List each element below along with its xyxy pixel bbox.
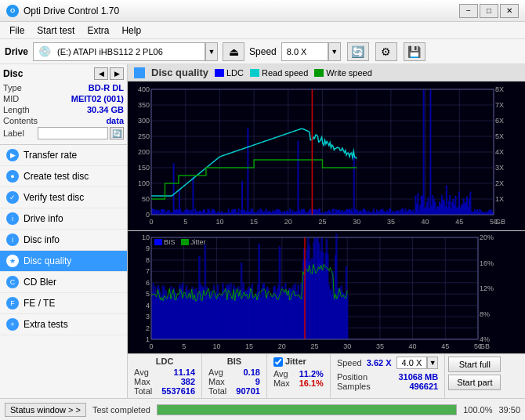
menu-file[interactable]: File bbox=[3, 24, 31, 38]
disc-contents-row: Contents data bbox=[3, 116, 124, 125]
eject-button[interactable]: ⏏ bbox=[223, 42, 244, 61]
start-full-button[interactable]: Start full bbox=[448, 357, 501, 372]
disc-label-button[interactable]: 🔄 bbox=[110, 127, 124, 139]
chart-header: Disc quality LDC Read speed Write speed bbox=[128, 64, 525, 81]
speed-stat-dropdown[interactable]: 4.0 X bbox=[396, 357, 428, 369]
nav-create-test-disc[interactable]: ● Create test disc bbox=[0, 166, 127, 187]
close-button[interactable]: ✕ bbox=[500, 4, 519, 18]
disc-section: Disc ◀ ▶ Type BD-R DL MID MEIT02 (001) L… bbox=[0, 64, 127, 145]
disc-label-input-area: 🔄 bbox=[38, 127, 124, 139]
speed-stats: Speed 3.62 X 4.0 X ▼ Position 31068 MB S… bbox=[331, 354, 445, 398]
nav-cd-bler[interactable]: C CD Bler bbox=[0, 272, 127, 293]
menu-help[interactable]: Help bbox=[115, 24, 147, 38]
menu-extra[interactable]: Extra bbox=[81, 24, 115, 38]
disc-title: Disc bbox=[3, 68, 23, 79]
chart-top bbox=[128, 81, 525, 231]
jitter-checkbox[interactable] bbox=[273, 357, 283, 367]
ldc-max-label: Max bbox=[134, 377, 150, 386]
top-chart-canvas bbox=[128, 81, 525, 230]
ldc-avg-label: Avg bbox=[134, 368, 149, 377]
drive-dropdown-arrow[interactable]: ▼ bbox=[205, 42, 218, 61]
disc-quality-icon: ★ bbox=[6, 255, 19, 267]
fe-te-icon: F bbox=[6, 297, 19, 310]
nav-disc-info[interactable]: i Disc info bbox=[0, 230, 127, 251]
cd-bler-icon: C bbox=[6, 276, 19, 288]
bis-total-label: Total bbox=[208, 386, 226, 396]
bis-max-value: 9 bbox=[255, 377, 260, 386]
nav-disc-quality[interactable]: ★ Disc quality bbox=[0, 251, 127, 272]
bis-max-row: Max 9 bbox=[208, 377, 260, 386]
samples-value: 496621 bbox=[410, 382, 439, 391]
nav-drive-info-label: Drive info bbox=[24, 213, 63, 224]
nav-transfer-rate[interactable]: ▶ Transfer rate bbox=[0, 145, 127, 166]
nav-fe-te[interactable]: F FE / TE bbox=[0, 293, 127, 314]
legend-ldc-label: LDC bbox=[226, 68, 244, 78]
disc-nav-right[interactable]: ▶ bbox=[110, 67, 124, 80]
legend-write-speed-box bbox=[314, 69, 324, 77]
progress-bar bbox=[157, 404, 457, 415]
samples-label: Samples bbox=[337, 382, 371, 391]
status-window-button[interactable]: Status window > > bbox=[5, 403, 86, 417]
disc-nav-left[interactable]: ◀ bbox=[94, 67, 108, 80]
disc-contents-value: data bbox=[106, 116, 124, 125]
create-test-disc-icon: ● bbox=[6, 170, 19, 183]
bis-stats: BIS Avg 0.18 Max 9 Total 90701 bbox=[202, 354, 267, 398]
speed-dropdown[interactable]: 8.0 X bbox=[281, 42, 328, 61]
app-icon: O bbox=[6, 5, 19, 17]
settings-button[interactable]: ⚙ bbox=[375, 42, 397, 61]
window-controls: − □ ✕ bbox=[459, 4, 519, 18]
legend-ldc-box bbox=[215, 69, 224, 77]
disc-label-label: Label bbox=[3, 129, 24, 138]
jitter-avg-row: Avg 11.2% bbox=[273, 369, 324, 378]
start-part-button[interactable]: Start part bbox=[448, 375, 501, 390]
disc-mid-value: MEIT02 (001) bbox=[71, 94, 124, 103]
start-buttons: Start full Start part bbox=[445, 354, 504, 398]
disc-type-row: Type BD-R DL bbox=[3, 83, 124, 92]
nav-transfer-rate-label: Transfer rate bbox=[24, 150, 77, 161]
disc-mid-label: MID bbox=[3, 94, 19, 103]
disc-length-label: Length bbox=[3, 105, 30, 114]
chart-title-icon bbox=[134, 67, 145, 78]
verify-test-disc-icon: ✓ bbox=[6, 191, 19, 204]
minimize-button[interactable]: − bbox=[459, 4, 478, 18]
status-window-label: Status window > > bbox=[10, 405, 81, 415]
disc-label-input[interactable] bbox=[38, 127, 108, 139]
nav-fe-te-label: FE / TE bbox=[24, 298, 55, 309]
save-button[interactable]: 💾 bbox=[404, 42, 425, 61]
legend-read-speed-box bbox=[250, 69, 259, 77]
speed-dropdown-arrow[interactable]: ▼ bbox=[427, 357, 438, 369]
nav-verify-test-disc[interactable]: ✓ Verify test disc bbox=[0, 187, 127, 208]
disc-length-value: 30.34 GB bbox=[87, 105, 124, 114]
nav-cd-bler-label: CD Bler bbox=[24, 277, 56, 288]
menu-start-test[interactable]: Start test bbox=[31, 24, 81, 38]
chart-title: Disc quality bbox=[151, 67, 208, 78]
jitter-max-label: Max bbox=[273, 378, 290, 388]
title-bar: O Opti Drive Control 1.70 − □ ✕ bbox=[0, 0, 525, 22]
ldc-avg-row: Avg 11.14 bbox=[134, 368, 195, 377]
nav-section: ▶ Transfer rate ● Create test disc ✓ Ver… bbox=[0, 145, 127, 398]
nav-extra-tests[interactable]: + Extra tests bbox=[0, 314, 127, 335]
disc-contents-label: Contents bbox=[3, 116, 38, 125]
maximize-button[interactable]: □ bbox=[480, 4, 498, 18]
ldc-stats: LDC Avg 11.14 Max 382 Total 5537616 bbox=[128, 354, 202, 398]
legend-write-speed-label: Write speed bbox=[326, 68, 372, 78]
nav-verify-test-disc-label: Verify test disc bbox=[24, 192, 84, 203]
refresh-button[interactable]: 🔄 bbox=[347, 42, 369, 61]
ldc-total-value: 5537616 bbox=[161, 386, 195, 396]
nav-drive-info[interactable]: i Drive info bbox=[0, 208, 127, 230]
disc-type-label: Type bbox=[3, 83, 22, 92]
speed-dropdown-value: 4.0 X bbox=[402, 358, 422, 368]
stats-footer: LDC Avg 11.14 Max 382 Total 5537616 BIS bbox=[128, 353, 525, 398]
speed-stat-label: Speed bbox=[337, 358, 362, 368]
jitter-checkbox-row: Jitter bbox=[273, 357, 324, 368]
drive-dropdown[interactable]: 💿 (E:) ATAPI iHBS112 2 PL06 bbox=[33, 42, 205, 61]
disc-navigation: ◀ ▶ bbox=[94, 67, 124, 80]
ldc-max-row: Max 382 bbox=[134, 377, 195, 386]
bis-avg-row: Avg 0.18 bbox=[208, 368, 260, 377]
disc-length-row: Length 30.34 GB bbox=[3, 105, 124, 114]
speed-dropdown-arrow[interactable]: ▼ bbox=[328, 42, 341, 61]
sidebar: Disc ◀ ▶ Type BD-R DL MID MEIT02 (001) L… bbox=[0, 64, 128, 398]
legend-read-speed-label: Read speed bbox=[262, 68, 308, 78]
ldc-total-label: Total bbox=[134, 386, 152, 396]
drive-value: (E:) ATAPI iHBS112 2 PL06 bbox=[57, 47, 163, 56]
